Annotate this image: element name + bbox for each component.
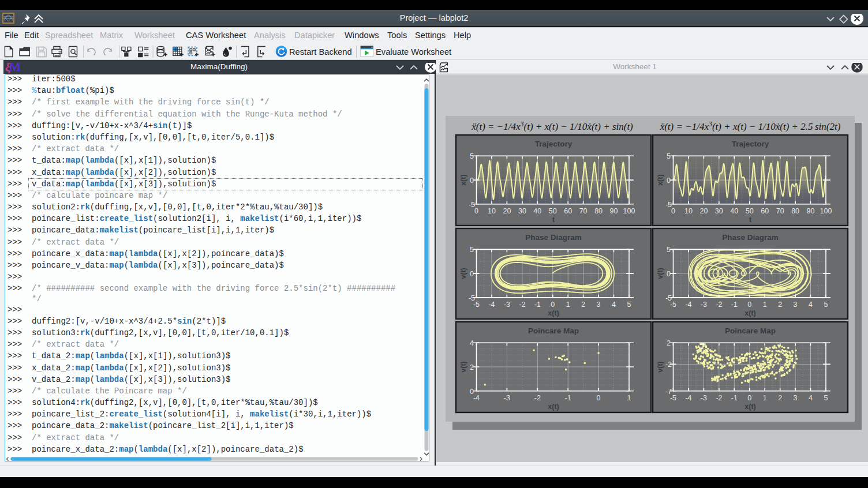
svg-text:5: 5 [824, 301, 828, 309]
svg-text:0: 0 [470, 270, 474, 278]
svg-text:-4: -4 [685, 394, 691, 402]
svg-text:5: 5 [824, 394, 828, 402]
svg-text:0: 0 [747, 301, 751, 309]
svg-text:100: 100 [623, 207, 635, 215]
svg-text:Trajectory: Trajectory [535, 140, 573, 148]
svg-text:0: 0 [551, 301, 555, 309]
svg-text:-2: -2 [665, 361, 672, 369]
svg-text:20: 20 [503, 207, 511, 215]
svg-text:0: 0 [470, 177, 474, 185]
svg-text:-3: -3 [504, 394, 510, 402]
svg-text:20: 20 [699, 207, 708, 215]
svg-text:-4: -4 [488, 301, 495, 309]
svg-text:0: 0 [474, 207, 478, 215]
svg-text:5: 5 [470, 152, 474, 160]
svg-text:50: 50 [746, 207, 754, 215]
svg-text:v(t): v(t) [656, 268, 664, 279]
svg-text:90: 90 [807, 207, 815, 215]
svg-text:4: 4 [612, 301, 616, 309]
svg-text:0: 0 [671, 207, 675, 215]
svg-text:0: 0 [747, 394, 751, 402]
svg-text:Phase Diagram: Phase Diagram [525, 233, 582, 242]
svg-text:-2: -2 [716, 301, 722, 309]
svg-text:ẍ(t) = −1/4x3(t) + x(t) − 1/1: ẍ(t) = −1/4x3(t) + x(t) − 1/10ẋ(t) + 2… [660, 120, 841, 132]
svg-text:5: 5 [470, 246, 474, 254]
svg-text:40: 40 [533, 207, 541, 215]
svg-text:Trajectory: Trajectory [732, 140, 769, 148]
svg-text:-1: -1 [534, 301, 541, 309]
svg-text:30: 30 [715, 207, 723, 215]
svg-text:-5: -5 [469, 201, 475, 209]
svg-text:v(t): v(t) [459, 268, 467, 279]
svg-text:x(t): x(t) [744, 403, 755, 411]
svg-text:4: 4 [470, 339, 474, 347]
svg-text:1: 1 [566, 301, 570, 309]
svg-text:ẍ(t) = −1/4x3(t) + x(t) − 1/1: ẍ(t) = −1/4x3(t) + x(t) − 1/10ẋ(t) + s… [471, 120, 633, 132]
svg-text:0: 0 [667, 270, 671, 278]
svg-text:0: 0 [667, 177, 671, 185]
svg-text:0: 0 [470, 388, 474, 396]
svg-text:2: 2 [581, 301, 585, 309]
svg-text:-4: -4 [473, 394, 480, 402]
svg-text:-2: -2 [519, 301, 525, 309]
svg-text:3: 3 [794, 301, 798, 309]
svg-text:-2: -2 [716, 394, 722, 402]
svg-text:90: 90 [610, 207, 618, 215]
svg-text:x(t): x(t) [548, 309, 559, 317]
svg-text:Restart Backend: Restart Backend [289, 47, 352, 57]
svg-text:10: 10 [684, 207, 693, 215]
svg-text:70: 70 [776, 207, 784, 215]
svg-text:v(t): v(t) [656, 361, 664, 372]
svg-text:Phase Diagram: Phase Diagram [722, 233, 779, 242]
svg-text:-2: -2 [534, 394, 541, 402]
svg-text:2: 2 [778, 301, 782, 309]
svg-text:2: 2 [470, 363, 474, 371]
svg-text:50: 50 [549, 207, 557, 215]
svg-text:Poincare Map: Poincare Map [528, 326, 579, 335]
svg-text:v(t): v(t) [459, 361, 467, 372]
svg-text:-3: -3 [701, 394, 707, 402]
svg-text:-1: -1 [731, 301, 738, 309]
svg-text:3: 3 [794, 394, 798, 402]
svg-text:10: 10 [488, 207, 496, 215]
svg-text:5: 5 [667, 152, 671, 160]
svg-text:-5: -5 [665, 201, 672, 209]
svg-text:x(t): x(t) [656, 174, 664, 185]
svg-text:1: 1 [763, 394, 767, 402]
svg-text:x(t): x(t) [744, 309, 755, 317]
svg-text:x(t): x(t) [548, 403, 559, 411]
svg-text:2: 2 [778, 394, 782, 402]
svg-text:4: 4 [809, 394, 813, 402]
svg-text:-5: -5 [665, 294, 672, 302]
svg-text:-7: -7 [665, 388, 672, 396]
svg-text:Poincare Map: Poincare Map [725, 326, 776, 335]
svg-text:30: 30 [518, 207, 526, 215]
svg-text:70: 70 [579, 207, 588, 215]
svg-text:40: 40 [730, 207, 738, 215]
svg-text:5: 5 [627, 301, 631, 309]
svg-text:3: 3 [597, 301, 601, 309]
svg-text:x(t): x(t) [459, 174, 467, 185]
svg-text:0: 0 [597, 394, 601, 402]
svg-text:100: 100 [820, 207, 832, 215]
svg-text:-3: -3 [504, 301, 510, 309]
svg-text:4: 4 [809, 301, 813, 309]
svg-text:1: 1 [627, 394, 631, 402]
svg-text:Evaluate Worksheet: Evaluate Worksheet [376, 47, 451, 57]
svg-text:2: 2 [667, 339, 671, 347]
svg-text:80: 80 [791, 207, 799, 215]
svg-text:60: 60 [761, 207, 769, 215]
svg-text:60: 60 [564, 207, 572, 215]
svg-text:5: 5 [667, 246, 671, 254]
svg-text:80: 80 [594, 207, 603, 215]
svg-text:-5: -5 [469, 294, 475, 302]
svg-text:-1: -1 [565, 394, 571, 402]
svg-text:-4: -4 [685, 301, 691, 309]
svg-text:-1: -1 [731, 394, 738, 402]
svg-text:1: 1 [763, 301, 767, 309]
svg-text:-3: -3 [701, 301, 707, 309]
